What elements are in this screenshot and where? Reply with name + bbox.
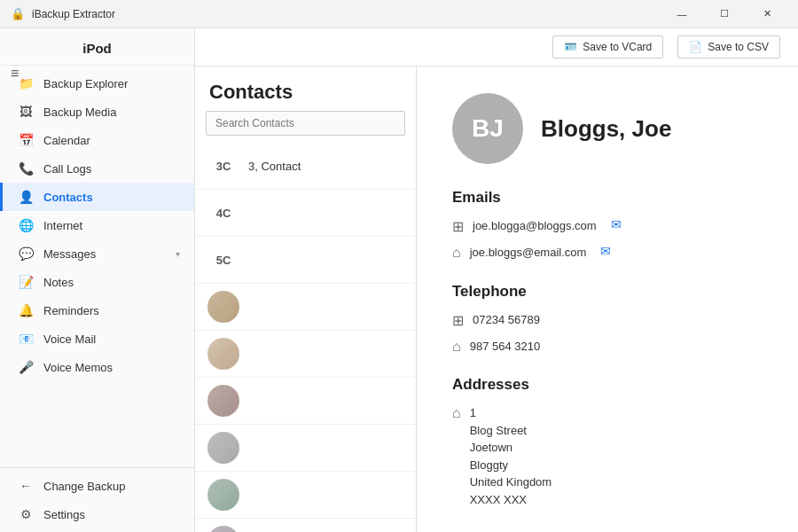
email-link-icon[interactable]: ✉ xyxy=(600,244,611,258)
avatar xyxy=(207,291,239,323)
maximize-button[interactable]: ☐ xyxy=(704,0,745,28)
list-item[interactable] xyxy=(195,472,416,519)
sidebar-item-backup-media[interactable]: 🖼 Backup Media xyxy=(0,98,194,126)
search-input[interactable] xyxy=(206,111,405,136)
voice-memos-icon: 🎤 xyxy=(17,360,35,374)
sidebar-item-label: Call Logs xyxy=(43,162,91,176)
contacts-icon: 👤 xyxy=(17,190,35,204)
sidebar-item-internet[interactable]: 🌐 Internet xyxy=(0,211,194,239)
calendar-icon: 📅 xyxy=(17,133,35,147)
vcard-icon: 🪪 xyxy=(564,41,577,53)
address-row: ⌂ 1 Blog Street Joetown Bloggty United K… xyxy=(452,404,763,508)
phone-value: 07234 56789 xyxy=(473,311,540,329)
backup-media-icon: 🖼 xyxy=(17,105,35,119)
sidebar-item-label: Reminders xyxy=(43,304,99,317)
call-logs-icon: 📞 xyxy=(17,161,35,176)
email-link-icon[interactable]: ✉ xyxy=(611,217,622,231)
save-csv-button[interactable]: 📄 Save to CSV xyxy=(677,35,780,59)
sidebar-item-label: Settings xyxy=(43,508,85,521)
sidebar: ≡ iPod 📁 Backup Explorer 🖼 Backup Media … xyxy=(0,28,195,532)
phone-row: ⊞ 07234 56789 xyxy=(452,311,763,329)
csv-icon: 📄 xyxy=(689,41,702,53)
sidebar-item-label: Messages xyxy=(43,247,96,261)
contact-full-name: Bloggs, Joe xyxy=(541,115,671,143)
sidebar-item-label: Internet xyxy=(43,219,82,232)
list-item[interactable] xyxy=(195,425,416,472)
avatar xyxy=(207,432,239,464)
minimize-button[interactable]: — xyxy=(661,0,702,28)
sidebar-item-label: Voice Memos xyxy=(43,361,113,374)
titlebar: 🔒 iBackup Extractor — ☐ ✕ xyxy=(0,0,798,28)
chevron-down-icon: ▾ xyxy=(176,249,180,259)
home-icon: ⌂ xyxy=(452,339,461,355)
messages-icon: 💬 xyxy=(17,246,35,261)
addresses-title: Addresses xyxy=(452,376,763,394)
grid-icon: ⊞ xyxy=(452,218,464,235)
telephone-title: Telephone xyxy=(452,283,763,301)
save-vcard-button[interactable]: 🪪 Save to VCard xyxy=(552,35,663,59)
notes-icon: 📝 xyxy=(17,275,35,289)
list-item[interactable]: 5C xyxy=(195,237,416,284)
list-item[interactable] xyxy=(195,378,416,425)
avatar: 5C xyxy=(207,244,239,276)
contacts-list-panel: Contacts 3C 3, Contact 4C 5C xyxy=(195,66,417,532)
sidebar-item-label: Change Backup xyxy=(43,480,126,493)
contact-name: 3, Contact xyxy=(248,160,301,173)
list-item[interactable] xyxy=(195,284,416,331)
sidebar-item-contacts[interactable]: 👤 Contacts xyxy=(0,183,194,211)
sidebar-bottom: ← Change Backup ⚙ Settings xyxy=(0,467,194,532)
contact-avatar-large: BJ xyxy=(452,93,523,164)
sidebar-item-call-logs[interactable]: 📞 Call Logs xyxy=(0,154,194,183)
list-item[interactable]: 3C 3, Contact xyxy=(195,143,416,190)
home-icon: ⌂ xyxy=(452,245,461,261)
sidebar-item-voice-mail[interactable]: 📧 Voice Mail xyxy=(0,325,194,353)
email-value: joe.blogga@bloggs.com xyxy=(473,217,597,235)
app-title: iBackup Extractor xyxy=(32,8,661,20)
telephone-section: Telephone ⊞ 07234 56789 ⌂ 987 564 3210 xyxy=(452,283,763,356)
close-button[interactable]: ✕ xyxy=(747,0,787,28)
email-row: ⊞ joe.blogga@bloggs.com ✉ xyxy=(452,217,763,235)
sidebar-item-label: Calendar xyxy=(43,134,90,147)
sidebar-item-calendar[interactable]: 📅 Calendar xyxy=(0,126,194,154)
app-icon: 🔒 xyxy=(11,7,25,21)
avatar xyxy=(207,526,239,532)
change-backup-icon: ← xyxy=(17,479,35,493)
sidebar-item-label: Backup Media xyxy=(43,106,116,119)
contact-header: BJ Bloggs, Joe xyxy=(452,93,763,164)
settings-icon: ⚙ xyxy=(17,507,35,521)
sidebar-item-label: Voice Mail xyxy=(43,332,96,346)
avatar: 4C xyxy=(207,197,239,229)
internet-icon: 🌐 xyxy=(17,218,35,232)
device-name: iPod xyxy=(0,28,194,66)
home-icon: ⌂ xyxy=(452,405,461,421)
phone-value: 987 564 3210 xyxy=(470,338,541,356)
sidebar-item-reminders[interactable]: 🔔 Reminders xyxy=(0,296,194,325)
voice-mail-icon: 📧 xyxy=(17,332,35,346)
app-body: ≡ iPod 📁 Backup Explorer 🖼 Backup Media … xyxy=(0,28,798,532)
list-item[interactable]: 4C xyxy=(195,190,416,237)
sidebar-item-voice-memos[interactable]: 🎤 Voice Memos xyxy=(0,353,194,381)
sidebar-item-backup-explorer[interactable]: 📁 Backup Explorer xyxy=(0,69,194,98)
sidebar-item-change-backup[interactable]: ← Change Backup xyxy=(0,472,194,500)
sidebar-item-label: Contacts xyxy=(43,191,93,204)
sidebar-item-settings[interactable]: ⚙ Settings xyxy=(0,500,194,528)
sidebar-item-messages[interactable]: 💬 Messages ▾ xyxy=(0,239,194,268)
address-value: 1 Blog Street Joetown Bloggty United Kin… xyxy=(470,404,552,508)
content-area: Contacts 3C 3, Contact 4C 5C xyxy=(195,66,798,532)
main-content-area: 🪪 Save to VCard 📄 Save to CSV Contacts 3… xyxy=(195,28,798,532)
sidebar-item-notes[interactable]: 📝 Notes xyxy=(0,268,194,296)
emails-title: Emails xyxy=(452,189,763,207)
list-item[interactable] xyxy=(195,331,416,378)
avatar xyxy=(207,479,239,511)
backup-explorer-icon: 📁 xyxy=(17,76,35,90)
email-value: joe.bloggs@email.com xyxy=(470,244,587,262)
avatar xyxy=(207,338,239,370)
list-item[interactable] xyxy=(195,519,416,532)
detail-panel: BJ Bloggs, Joe Emails ⊞ joe.blogga@blogg… xyxy=(417,66,798,532)
reminders-icon: 🔔 xyxy=(17,303,35,317)
sidebar-item-label: Notes xyxy=(43,276,74,289)
avatar xyxy=(207,385,239,417)
phone-row: ⌂ 987 564 3210 xyxy=(452,338,763,356)
email-row: ⌂ joe.bloggs@email.com ✉ xyxy=(452,244,763,262)
window-controls: — ☐ ✕ xyxy=(661,0,787,28)
